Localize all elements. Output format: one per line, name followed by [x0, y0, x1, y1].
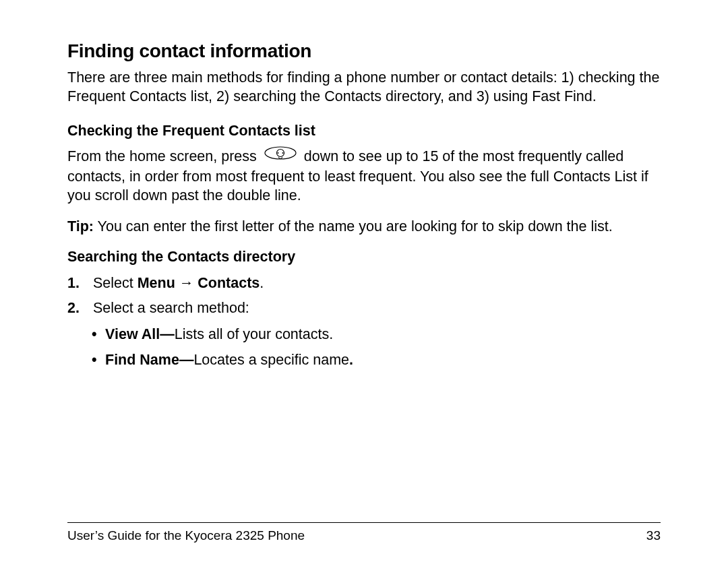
tip-paragraph: Tip: You can enter the first letter of t…	[67, 218, 661, 237]
navigation-key-icon	[264, 145, 297, 166]
bullet-list: View All—Lists all of your contacts. Fin…	[92, 323, 661, 371]
page-number: 33	[646, 528, 661, 543]
arrow-symbol: →	[175, 275, 198, 291]
menu-label: Menu	[138, 275, 175, 291]
svg-point-0	[265, 147, 296, 159]
section2-heading: Searching the Contacts directory	[67, 249, 661, 266]
section1-heading: Checking the Frequent Contacts list	[67, 123, 661, 139]
footer-divider	[67, 522, 661, 523]
punct: .	[349, 352, 353, 368]
tip-text: You can enter the first letter of the na…	[94, 218, 613, 235]
bullet-item: Find Name—Locates a specific name.	[92, 349, 661, 371]
text-fragment: .	[260, 275, 264, 291]
steps-list: 1. Select Menu → Contacts. 2. Select a s…	[67, 272, 661, 371]
page-heading: Finding contact information	[67, 40, 661, 62]
footer-title: User’s Guide for the Kyocera 2325 Phone	[67, 528, 305, 543]
option-name: View All—	[105, 326, 175, 342]
option-desc: Lists all of your contacts.	[175, 326, 333, 342]
step-item: 1. Select Menu → Contacts.	[67, 272, 661, 294]
step-item: 2. Select a search method: View All—List…	[67, 297, 661, 371]
svg-point-3	[282, 152, 283, 154]
text-fragment: From the home screen, press	[67, 148, 261, 164]
tip-label: Tip:	[67, 218, 94, 235]
intro-paragraph: There are three main methods for finding…	[67, 69, 661, 106]
step-number: 2.	[67, 297, 89, 319]
text-fragment: Select	[89, 275, 138, 291]
page-footer: User’s Guide for the Kyocera 2325 Phone …	[67, 522, 661, 543]
option-desc: Locates a specific name	[193, 352, 349, 368]
svg-point-2	[277, 152, 278, 154]
contacts-label: Contacts	[198, 275, 260, 291]
step-number: 1.	[67, 272, 89, 294]
section1-paragraph: From the home screen, press down to see …	[67, 146, 661, 206]
bullet-item: View All—Lists all of your contacts.	[92, 323, 661, 346]
option-name: Find Name—	[105, 352, 193, 368]
text-fragment: Select a search method:	[89, 300, 249, 316]
